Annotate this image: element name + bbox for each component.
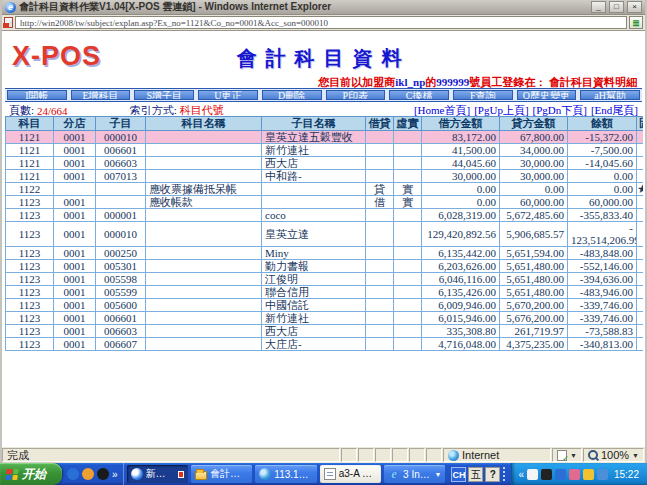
task-button-2[interactable]: 會計傳票登錄 [191,465,252,483]
table-cell [394,209,422,222]
quicklaunch-more-icon[interactable]: » [112,469,118,480]
toolbar-button-6[interactable]: P印表 [326,90,386,100]
table-cell [146,338,262,351]
table-cell [366,222,394,247]
column-header: 科目 [6,117,54,131]
tray-collapse-icon[interactable]: « [518,469,524,480]
globe-icon [448,450,459,461]
table-cell [262,183,366,196]
table-cell: 30,000.00 [500,157,568,170]
windows-flag-icon [5,469,19,480]
ime-indicator[interactable]: 五 [468,467,483,482]
toolbar-button-4[interactable]: U更正 [198,90,258,100]
maximize-button[interactable]: □ [609,1,624,13]
table-row[interactable]: 11210001000010皇英立達五穀豐收83,172.0067,800.00… [6,131,644,144]
table-row[interactable]: 11230001000250Miny6,135,442.005,651,594.… [6,247,644,260]
table-row[interactable]: 11210001007013中和路-30,000.0030,000.000.00 [6,170,644,183]
table-cell: 0001 [54,131,96,144]
table-row[interactable]: 11230001005598江俊明6,046,116.005,651,480.0… [6,273,644,286]
sina-uc-quicklaunch-icon[interactable] [67,468,79,480]
alert-tray-icon[interactable] [583,469,594,480]
table-cell: 西大店 [262,157,366,170]
network-tray-icon[interactable] [597,469,608,480]
globe2-icon [259,468,271,480]
url-input[interactable]: http://win2008/tw/subject/explan.asp?Ex_… [15,16,627,29]
table-cell: ★ [637,183,644,196]
login-employee: 999999 [436,76,469,88]
toolbar-button-10[interactable]: aH幫助 [580,90,640,100]
table-row[interactable]: 11230001005600中國信託6,009,946.005,670,200.… [6,299,644,312]
task-button-4[interactable]: a3-A 會計傳... [320,465,381,483]
table-row[interactable]: 11210001006601新竹連社41,500.0034,000.00-7,5… [6,144,644,157]
toolbar-button-8[interactable]: F查詢 [453,90,513,100]
close-button[interactable]: × [627,1,642,13]
toolbar-button-3[interactable]: S增子目 [134,90,194,100]
table-cell [637,170,644,183]
table-cell: 000010 [96,222,146,247]
table-cell: 皇英立達 [262,222,366,247]
table-row[interactable]: 11230001006607大庄店-4,716,048.004,375,235.… [6,338,644,351]
document-tray-icon[interactable] [527,469,538,480]
feed-icon[interactable]: ≣ [629,16,643,29]
start-button[interactable]: 开始 [0,463,62,485]
toolbar-button-5[interactable]: D刪除 [262,90,322,100]
messenger-tray-icon[interactable] [555,469,566,480]
langbar-drag-handle[interactable] [503,467,507,481]
table-cell: 實 [394,183,422,196]
table-cell: 000250 [96,247,146,260]
toolbar-button-2[interactable]: E增科目 [71,90,131,100]
accounts-table: 科目分店子目科目名稱子目名稱借貸虛實借方金額貸方金額餘額固 1121000100… [5,116,643,351]
table-row[interactable]: 11230001006603西大店335,308.80261,719.97-73… [6,325,644,338]
table-cell [637,286,644,299]
language-indicator[interactable]: CH [451,467,466,482]
qq-quicklaunch-icon[interactable] [97,468,109,480]
table-row[interactable]: 11210001006603西大店44,045.6030,000.00-14,0… [6,157,644,170]
table-cell [146,273,262,286]
table-cell [262,196,366,209]
ie-icon: e [388,468,400,480]
table-cell: 借 [366,196,394,209]
column-header: 餘額 [568,117,637,131]
table-row[interactable]: 11230001000001coco6,028,319.005,672,485.… [6,209,644,222]
page-check-icon [557,450,567,461]
table-row[interactable]: 11230001應收帳款借實0.0060,000.0060,000.00 [6,196,644,209]
table-row[interactable]: 1122應收票據備抵呆帳貸實0.000.000.00★ [6,183,644,196]
table-cell: 0.00 [422,196,500,209]
task-button-5[interactable]: e3 Internet...▼ [384,465,445,483]
status-pane-1 [341,448,357,462]
toolbar-button-9[interactable]: Q歷史變更 [517,90,577,100]
qq-tray-icon[interactable] [541,469,552,480]
page-menu[interactable]: ▼ [552,448,582,462]
table-cell [366,273,394,286]
table-cell [394,260,422,273]
table-row[interactable]: 11230001000010皇英立達129,420,892.565,906,68… [6,222,644,247]
table-cell [394,131,422,144]
table-row[interactable]: 11230001006601新竹連社6,015,946.005,676,200.… [6,312,644,325]
table-cell: - 123,514,206.99 [568,222,637,247]
table-row[interactable]: 11230001005599聯合信用6,135,426.005,651,480.… [6,286,644,299]
table-cell: -339,746.00 [568,312,637,325]
table-cell: -15,372.00 [568,131,637,144]
table-cell: 5,651,594.00 [500,247,568,260]
toolbar-button-1[interactable]: I開帳 [7,90,67,100]
zoom-control[interactable]: 100% ▼ [583,448,644,462]
toolbar-button-7[interactable]: C換檔 [389,90,449,100]
table-cell [637,196,644,209]
minimize-button[interactable]: _ [591,1,606,13]
zone-label: Internet [462,449,499,461]
task-dropdown-icon[interactable]: ▼ [435,471,442,478]
status-text: 完成 [2,448,340,462]
table-cell: 0001 [54,196,96,209]
ime-help-button[interactable]: ? [485,467,500,482]
task-button-1[interactable]: 新浪UC [127,465,188,483]
qq2-tray-icon[interactable] [569,469,580,480]
status-pane-6 [426,448,442,462]
smiley-quicklaunch-icon[interactable] [82,468,94,480]
table-cell [394,325,422,338]
task-label: 3 Internet... [403,469,431,480]
table-cell: 44,045.60 [422,157,500,170]
table-cell: 1123 [6,338,54,351]
task-button-3[interactable]: 113.105.131... [255,465,316,483]
column-header: 貸方金額 [500,117,568,131]
table-row[interactable]: 11230001005301勤力書報6,203,626.005,651,480.… [6,260,644,273]
